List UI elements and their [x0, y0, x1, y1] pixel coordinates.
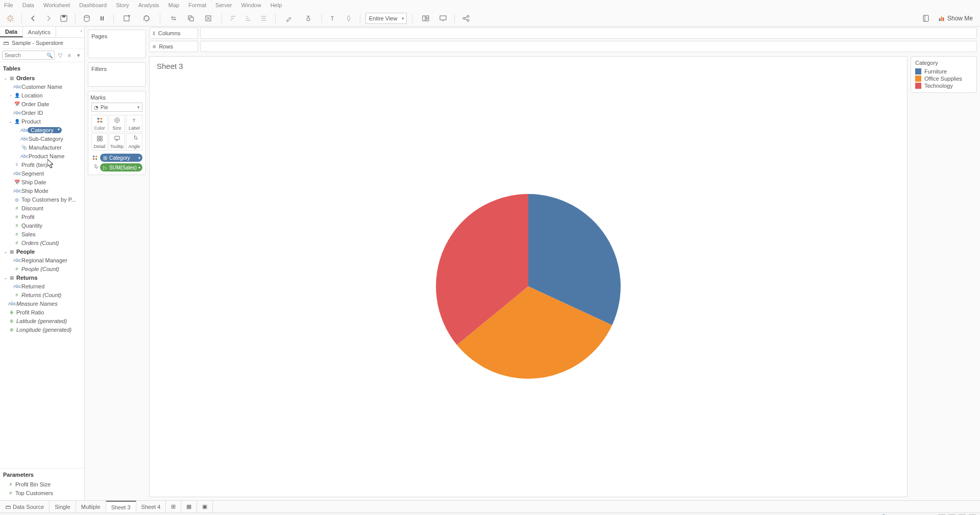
field-sales[interactable]: #Sales [1, 230, 83, 238]
fields-menu-icon[interactable]: ▾ [75, 52, 82, 59]
mark-detail-button[interactable]: Detail [91, 133, 108, 151]
menu-window[interactable]: Window [241, 2, 261, 8]
legend-item-furniture[interactable]: Furniture [915, 68, 972, 75]
duplicate-icon[interactable] [185, 12, 197, 24]
labels-icon[interactable]: T [327, 12, 339, 24]
field-product[interactable]: ⌄👤Product [1, 117, 83, 126]
legend-item-technology[interactable]: Technology [915, 82, 972, 89]
pill-sum-sales-[interactable]: ▷SUM(Sales) [100, 163, 142, 171]
mark-tooltip-button[interactable]: Tooltip [109, 133, 125, 151]
field-latitude-generated-[interactable]: ⊕Latitude (generated) [1, 316, 83, 325]
forward-icon[interactable] [42, 12, 55, 24]
swap-icon[interactable] [165, 12, 182, 24]
tab-data[interactable]: Data [0, 27, 23, 37]
field-order-id[interactable]: AbcOrder ID [1, 108, 83, 117]
field-ship-mode[interactable]: AbcShip Mode [1, 186, 83, 195]
mark-size-button[interactable]: Size [109, 115, 125, 132]
sort-desc-icon[interactable] [242, 12, 255, 24]
share-icon[interactable] [460, 12, 472, 24]
save-icon[interactable] [58, 12, 70, 24]
pill-category[interactable]: ⊞Category [100, 154, 142, 162]
menu-map[interactable]: Map [168, 2, 179, 8]
field-profit-bin-[interactable]: ⫴Profit (bin) [1, 160, 83, 169]
pages-shelf[interactable]: Pages [88, 30, 146, 58]
tab-data-source[interactable]: 🗃 Data Source [0, 501, 50, 512]
group-icon[interactable] [300, 12, 316, 24]
new-data-icon[interactable] [81, 12, 93, 24]
new-worksheet-icon[interactable] [119, 12, 135, 24]
pin-icon[interactable] [342, 12, 355, 24]
tableau-logo-icon[interactable] [4, 12, 16, 24]
menu-analysis[interactable]: Analysis [138, 2, 159, 8]
tab-sheet-4[interactable]: Sheet 4 [136, 501, 166, 512]
back-icon[interactable] [27, 12, 39, 24]
field-location[interactable]: ›👤Location [1, 91, 83, 100]
new-worksheet-tab-icon[interactable]: ⊞ [166, 501, 181, 512]
field-top-customers-by-p-[interactable]: ◎Top Customers by P... [1, 195, 83, 204]
field-ship-date[interactable]: 📅Ship Date [1, 178, 83, 186]
field-manufacturer[interactable]: 📎Manufacturer [1, 143, 83, 152]
pause-updates-icon[interactable] [96, 12, 108, 24]
expand-icon[interactable]: ⌄ [3, 249, 8, 254]
new-story-tab-icon[interactable]: ▣ [197, 501, 213, 512]
menu-help[interactable]: Help [271, 2, 282, 8]
field-discount[interactable]: #Discount [1, 204, 83, 212]
field-longitude-generated-[interactable]: ⊕Longitude (generated) [1, 325, 83, 334]
mark-type-select[interactable]: ◔ Pie [91, 103, 142, 112]
field-people[interactable]: ⌄▦People [1, 247, 83, 256]
field-order-date[interactable]: 📅Order Date [1, 100, 83, 108]
field-measure-names[interactable]: AbcMeasure Names [1, 299, 83, 308]
parameter-top-customers[interactable]: #Top Customers [0, 488, 84, 497]
sheet-title[interactable]: Sheet 3 [150, 57, 907, 76]
fit-mode-select[interactable]: Entire View [365, 13, 407, 24]
pill-glyph-angle-icon[interactable] [91, 164, 99, 170]
guide-icon[interactable] [920, 12, 932, 24]
field-quantity[interactable]: #Quantity [1, 221, 83, 230]
field-profit[interactable]: #Profit [1, 212, 83, 221]
refresh-icon[interactable] [138, 12, 155, 24]
filters-shelf[interactable]: Filters [88, 62, 146, 87]
datasource-item[interactable]: 🗃 Sample - Superstore [0, 38, 84, 48]
mark-label-button[interactable]: TLabel [126, 115, 142, 132]
field-orders-count-[interactable]: #Orders (Count) [1, 238, 83, 247]
expand-icon[interactable]: › [8, 93, 13, 98]
expand-icon[interactable]: ⌄ [3, 275, 8, 280]
new-dashboard-tab-icon[interactable]: ▦ [181, 501, 197, 512]
field-returns-count-[interactable]: #Returns (Count) [1, 290, 83, 299]
pie-chart[interactable] [431, 189, 625, 383]
show-cards-icon[interactable] [418, 12, 434, 24]
view-list-icon[interactable]: ≡ [66, 52, 73, 59]
viz-canvas[interactable]: Sheet 3 [149, 56, 908, 497]
tab-analytics[interactable]: Analytics [23, 27, 56, 37]
field-product-name[interactable]: AbcProduct Name [1, 152, 83, 160]
tab-multiple[interactable]: Multiple [76, 501, 106, 512]
menu-story[interactable]: Story [116, 2, 129, 8]
field-customer-name[interactable]: AbcCustomer Name [1, 82, 83, 91]
expand-icon[interactable]: ⌄ [3, 76, 8, 81]
clear-icon[interactable] [200, 12, 216, 24]
collapse-pane-icon[interactable]: ‹ [81, 28, 82, 34]
menu-server[interactable]: Server [215, 2, 232, 8]
parameter-profit-bin-size[interactable]: #Profit Bin Size [0, 480, 84, 488]
expand-icon[interactable]: ⌄ [8, 119, 13, 124]
columns-shelf[interactable] [200, 28, 977, 39]
menu-format[interactable]: Format [188, 2, 206, 8]
sort-clear-icon[interactable] [258, 12, 270, 24]
filter-fields-icon[interactable]: ▽ [57, 52, 64, 59]
legend-item-office-supplies[interactable]: Office Supplies [915, 75, 972, 82]
show-me-button[interactable]: Show Me [935, 15, 976, 22]
field-regional-manager[interactable]: AbcRegional Manager [1, 256, 83, 264]
field-returns[interactable]: ⌄▦Returns [1, 273, 83, 282]
menu-dashboard[interactable]: Dashboard [79, 2, 107, 8]
tab-sheet-3[interactable]: Sheet 3 [106, 501, 136, 512]
field-sub-category[interactable]: AbcSub-Category [1, 134, 83, 143]
field-category[interactable]: AbcCategory [1, 126, 83, 134]
pill-glyph-color-icon[interactable] [91, 155, 99, 161]
field-segment[interactable]: AbcSegment [1, 169, 83, 178]
menu-file[interactable]: File [4, 2, 13, 8]
sort-asc-icon[interactable] [227, 12, 239, 24]
mark-color-button[interactable]: Color [91, 115, 108, 132]
field-profit-ratio[interactable]: ⋕Profit Ratio [1, 308, 83, 316]
mark-angle-button[interactable]: Angle [126, 133, 142, 151]
menu-worksheet[interactable]: Worksheet [43, 2, 70, 8]
